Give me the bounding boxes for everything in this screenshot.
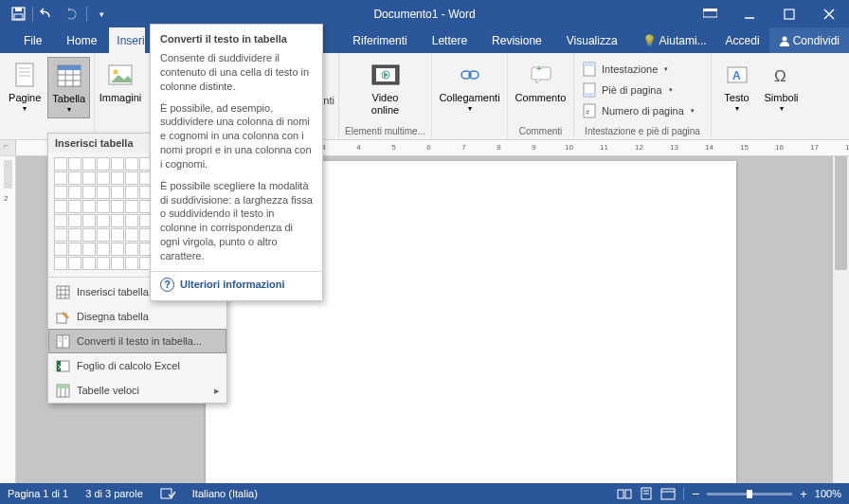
video-button[interactable]: Video online: [362, 57, 409, 119]
grid-cell[interactable]: [68, 257, 81, 270]
comment-button[interactable]: + Commento: [512, 57, 569, 107]
word-count[interactable]: 3 di 3 parole: [85, 488, 143, 499]
zoom-thumb[interactable]: [747, 490, 752, 498]
grid-cell[interactable]: [68, 186, 81, 199]
save-icon[interactable]: [6, 0, 30, 27]
zoom-in-icon[interactable]: +: [800, 487, 807, 501]
vertical-ruler[interactable]: 2: [0, 156, 16, 483]
header-button[interactable]: Intestazione▾: [582, 59, 695, 80]
grid-cell[interactable]: [68, 228, 81, 242]
undo-icon[interactable]: [35, 0, 60, 27]
grid-cell[interactable]: [82, 228, 96, 242]
grid-cell[interactable]: [97, 157, 110, 171]
grid-cell[interactable]: [97, 214, 110, 227]
grid-cell[interactable]: [82, 200, 96, 213]
read-mode-icon[interactable]: [617, 488, 632, 500]
grid-cell[interactable]: [54, 257, 67, 270]
grid-cell[interactable]: [68, 200, 81, 213]
web-layout-icon[interactable]: [660, 488, 676, 500]
grid-cell[interactable]: [82, 186, 96, 199]
text-button[interactable]: A Testo▾: [715, 57, 758, 117]
excel-spreadsheet-item[interactable]: XFoglio di calcolo Excel: [48, 353, 226, 378]
grid-cell[interactable]: [97, 200, 110, 213]
scroll-thumb[interactable]: [835, 156, 847, 270]
vertical-scrollbar[interactable]: [833, 156, 849, 483]
tab-mailings[interactable]: Lettere: [420, 27, 479, 53]
grid-cell[interactable]: [125, 200, 138, 213]
tell-me-button[interactable]: 💡Aiutami...: [633, 27, 716, 53]
grid-cell[interactable]: [125, 228, 138, 242]
zoom-level[interactable]: 100%: [815, 488, 841, 499]
grid-cell[interactable]: [54, 171, 67, 185]
grid-cell[interactable]: [68, 214, 81, 227]
qat-customize-icon[interactable]: ▾: [89, 0, 114, 27]
grid-cell[interactable]: [54, 243, 67, 256]
maximize-icon[interactable]: [769, 0, 809, 27]
share-button[interactable]: Condividi: [769, 27, 849, 53]
grid-cell[interactable]: [54, 214, 67, 227]
tab-references[interactable]: Riferimenti: [340, 27, 419, 53]
tab-view[interactable]: Visualizza: [554, 27, 630, 53]
grid-cell[interactable]: [125, 214, 138, 227]
tooltip-more-link[interactable]: ?Ulteriori informazioni: [160, 278, 313, 292]
grid-cell[interactable]: [125, 257, 138, 270]
grid-cell[interactable]: [111, 200, 124, 213]
tooltip-title: Converti il testo in tabella: [160, 33, 313, 45]
grid-cell[interactable]: [97, 228, 110, 242]
grid-cell[interactable]: [54, 157, 67, 171]
grid-cell[interactable]: [125, 157, 138, 171]
page-status[interactable]: Pagina 1 di 1: [8, 488, 68, 499]
footer-button[interactable]: Piè di pagina▾: [582, 80, 695, 100]
grid-cell[interactable]: [111, 257, 124, 270]
grid-cell[interactable]: [111, 214, 124, 227]
spellcheck-icon[interactable]: [160, 487, 175, 500]
close-icon[interactable]: [809, 0, 849, 27]
grid-cell[interactable]: [82, 157, 96, 171]
grid-cell[interactable]: [97, 171, 110, 185]
grid-cell[interactable]: [68, 171, 81, 185]
language-status[interactable]: Italiano (Italia): [192, 488, 258, 499]
tab-file[interactable]: File: [11, 27, 54, 53]
grid-cell[interactable]: [111, 228, 124, 242]
grid-cell[interactable]: [111, 171, 124, 185]
tab-insert[interactable]: Inserisci: [109, 27, 145, 53]
pictures-button[interactable]: Immagini: [99, 57, 142, 107]
excel-icon: X: [55, 358, 70, 373]
grid-cell[interactable]: [82, 257, 96, 270]
grid-cell[interactable]: [111, 157, 124, 171]
tab-home[interactable]: Home: [54, 27, 109, 53]
grid-cell[interactable]: [111, 243, 124, 256]
grid-cell[interactable]: [97, 186, 110, 199]
minimize-icon[interactable]: [730, 0, 769, 27]
zoom-slider[interactable]: [707, 493, 792, 495]
quick-tables-item[interactable]: Tabelle veloci▸: [48, 378, 226, 403]
grid-cell[interactable]: [82, 243, 96, 256]
grid-cell[interactable]: [125, 243, 138, 256]
page-number-button[interactable]: #Numero di pagina▾: [582, 100, 695, 121]
links-button[interactable]: Collegamenti▾: [437, 57, 503, 117]
print-layout-icon[interactable]: [640, 487, 653, 500]
ribbon-options-icon[interactable]: [690, 0, 730, 27]
zoom-out-icon[interactable]: −: [692, 486, 699, 501]
tab-review[interactable]: Revisione: [479, 27, 554, 53]
grid-cell[interactable]: [54, 228, 67, 242]
draw-table-item[interactable]: Disegna tabella: [48, 304, 226, 329]
grid-cell[interactable]: [82, 171, 96, 185]
grid-cell[interactable]: [97, 243, 110, 256]
grid-cell[interactable]: [68, 243, 81, 256]
symbols-button[interactable]: Ω Simboli▾: [760, 57, 803, 117]
grid-cell[interactable]: [97, 257, 110, 270]
grid-cell[interactable]: [125, 186, 138, 199]
grid-cell[interactable]: [111, 186, 124, 199]
table-button[interactable]: Tabella▾: [47, 57, 90, 118]
grid-cell[interactable]: [54, 200, 67, 213]
convert-text-item[interactable]: Converti il testo in tabella...: [48, 329, 226, 353]
grid-cell[interactable]: [125, 171, 138, 185]
svg-point-9: [782, 36, 786, 41]
redo-icon[interactable]: [60, 0, 84, 27]
grid-cell[interactable]: [82, 214, 96, 227]
grid-cell[interactable]: [68, 157, 81, 171]
pages-button[interactable]: Pagine▾: [4, 57, 45, 117]
signin-button[interactable]: Accedi: [716, 27, 769, 53]
grid-cell[interactable]: [54, 186, 67, 199]
